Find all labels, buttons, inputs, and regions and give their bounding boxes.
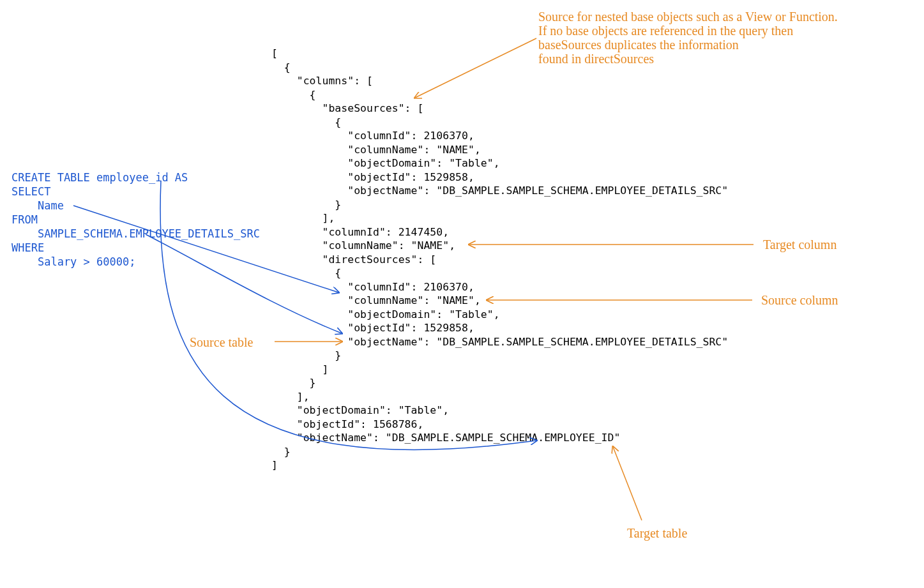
json-l16: { (271, 267, 341, 279)
json-l8: "objectDomain": "Table", (271, 157, 500, 169)
json-l18: "columnName": "NAME", (271, 294, 481, 306)
json-l10: "objectName": "DB_SAMPLE.SAMPLE_SCHEMA.E… (271, 185, 728, 197)
json-l7: "columnName": "NAME", (271, 144, 481, 156)
json-l30: ] (271, 459, 278, 471)
sql-l4: FROM (11, 213, 38, 226)
json-l14: "columnName": "NAME", (271, 239, 455, 252)
json-l21: "objectName": "DB_SAMPLE.SAMPLE_SCHEMA.E… (271, 336, 728, 348)
json-output: [ { "columns": [ { "baseSources": [ { "c… (271, 47, 728, 472)
json-l1: { (271, 61, 291, 73)
sql-l7: Salary > 60000; (11, 255, 135, 268)
json-l20: "objectId": 1529858, (271, 322, 474, 334)
json-l3: { (271, 89, 316, 101)
note-target-table: Target table (627, 526, 687, 540)
note-source-table: Source table (190, 335, 253, 349)
json-l15: "directSources": [ (271, 253, 436, 266)
json-l5: { (271, 116, 341, 128)
json-l23: ] (271, 363, 328, 375)
json-l28: "objectName": "DB_SAMPLE.SAMPLE_SCHEMA.E… (271, 432, 620, 444)
json-l27: "objectId": 1568786, (271, 418, 423, 430)
sql-l5: SAMPLE_SCHEMA.EMPLOYEE_DETAILS_SRC (11, 227, 260, 240)
sql-l2: SELECT (11, 185, 50, 198)
json-l19: "objectDomain": "Table", (271, 308, 500, 320)
json-l25: ], (271, 391, 310, 403)
note-target-column: Target column (763, 237, 837, 252)
json-l6: "columnId": 2106370, (271, 130, 474, 142)
json-l13: "columnId": 2147450, (271, 226, 449, 238)
json-l0: [ (271, 47, 278, 59)
sql-l3: Name (11, 199, 64, 212)
json-l9: "objectId": 1529858, (271, 171, 474, 183)
sql-l6: WHERE (11, 241, 44, 254)
json-l24: } (271, 377, 316, 389)
json-l4: "baseSources": [ (271, 102, 423, 114)
note-source-column: Source column (761, 293, 838, 307)
json-l29: } (271, 446, 291, 458)
json-l2: "columns": [ (271, 75, 373, 87)
sql-snippet: CREATE TABLE employee_id AS SELECT Name … (11, 170, 260, 269)
json-l26: "objectDomain": "Table", (271, 404, 449, 416)
json-l22: } (271, 349, 341, 361)
note-basesources: Source for nested base objects such as a… (538, 10, 838, 66)
sql-l1: CREATE TABLE employee_id AS (11, 171, 188, 184)
json-l12: ], (271, 212, 335, 224)
json-l11: } (271, 199, 341, 211)
json-l17: "columnId": 2106370, (271, 281, 474, 293)
